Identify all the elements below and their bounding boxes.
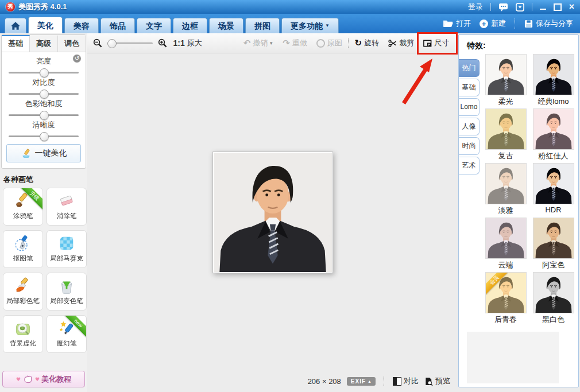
nav-tab-文字[interactable]: 文字 (137, 18, 171, 33)
effect-item-复古[interactable]: 复古 (484, 109, 527, 162)
adjust-tab-高级[interactable]: 高级 (30, 35, 58, 52)
home-tab[interactable] (5, 18, 26, 33)
effect-thumbnail (533, 164, 574, 204)
effect-tab-基础[interactable]: 基础 (459, 79, 480, 96)
matting-pen-icon (14, 235, 32, 252)
preview-button[interactable]: 预览 (424, 376, 450, 386)
magic-pen-icon (58, 320, 75, 337)
reset-sliders-icon[interactable]: ↺ (73, 55, 81, 63)
effect-item-淡雅[interactable]: 淡雅 (484, 164, 527, 217)
brush-card-消除笔[interactable]: 消除笔 (47, 188, 87, 226)
effect-tint-overlay (533, 218, 574, 258)
login-link[interactable]: 登录 (468, 2, 483, 12)
zoom-ratio-button[interactable]: 1:1原大 (173, 38, 202, 48)
beautify-tutorial-button[interactable]: ♥ ♥ 美化教程 (2, 371, 85, 387)
brush-label: 局部马赛克 (50, 254, 83, 263)
brushes-section-title: 各种画笔 (3, 174, 87, 185)
nav-tab-边框[interactable]: 边框 (173, 18, 207, 33)
brush-card-抠图笔[interactable]: 抠图笔 (3, 230, 43, 268)
effect-tab-时尚[interactable]: 时尚 (459, 137, 480, 155)
nav-tab-更多功能[interactable]: 更多功能▼ (281, 18, 339, 33)
nav-tab-场景[interactable]: 场景 (209, 18, 243, 33)
effect-tab-Lomo[interactable]: Lomo (459, 98, 480, 116)
basic-adjust-card: 基础高级调色 ↺ 亮度对比度色彩饱和度清晰度 一键美化 (1, 34, 86, 169)
open-button[interactable]: 打开 (443, 18, 471, 29)
nav-tab-饰品[interactable]: 饰品 (100, 18, 135, 33)
brush-card-局部马赛克[interactable]: 局部马赛克 (47, 230, 87, 268)
portrait-photo (214, 153, 332, 272)
slider-track[interactable] (9, 72, 79, 73)
brush-card-涂鸦笔[interactable]: 涂鸦笔升级 (3, 188, 43, 226)
message-box-icon[interactable] (516, 3, 524, 11)
nav-tab-label: 场景 (218, 18, 234, 33)
save-share-button[interactable]: 保存与分享 (524, 18, 573, 29)
nav-tab-美化[interactable]: 美化 (28, 17, 63, 33)
effect-label: 淡雅 (484, 205, 527, 216)
rotate-button[interactable]: ↻旋转 (354, 38, 379, 48)
effect-label: 经典lomo (532, 96, 575, 107)
photo-canvas[interactable] (212, 152, 333, 273)
effect-item-经典lomo[interactable]: 经典lomo (532, 55, 575, 108)
new-button[interactable]: + 新建 (480, 18, 506, 29)
effect-item-阿宝色[interactable]: 阿宝色 (532, 218, 575, 271)
effect-tab-艺术[interactable]: 艺术 (459, 157, 480, 174)
effect-label: 后青春 (484, 315, 527, 325)
effect-tab-人像[interactable]: 人像 (459, 118, 480, 135)
maximize-window-icon[interactable] (554, 3, 562, 11)
view-original-button[interactable]: 原图 (316, 38, 342, 48)
brush-card-局部变色笔[interactable]: 局部变色笔 (47, 273, 87, 311)
titlebar-separator (490, 3, 491, 11)
effect-tab-热门[interactable]: 热门 (459, 59, 480, 77)
effect-thumbnail (533, 109, 574, 149)
open-folder-icon (443, 20, 453, 28)
minimize-window-icon[interactable] (540, 4, 546, 10)
zoom-out-icon[interactable] (93, 38, 102, 48)
effect-tint-overlay (486, 218, 526, 258)
app-title: 美图秀秀 4.0.1 (18, 2, 67, 12)
effect-item-粉红佳人[interactable]: 粉红佳人 (532, 109, 575, 162)
effect-item-黑白色[interactable]: 黑白色 (532, 273, 575, 326)
nav-tab-美容[interactable]: 美容 (64, 18, 99, 33)
feedback-icon[interactable] (498, 3, 508, 11)
slider-track[interactable] (9, 135, 79, 137)
brush-card-背景虚化[interactable]: 背景虚化 (3, 315, 43, 353)
effect-item-柔光[interactable]: 柔光 (484, 55, 527, 108)
zoom-slider[interactable] (107, 42, 153, 44)
brush-card-魔幻笔[interactable]: 魔幻笔new (47, 315, 87, 353)
effect-label: HDR (532, 205, 575, 214)
effect-item-云端[interactable]: 云端 (484, 218, 527, 271)
slider-handle[interactable] (40, 111, 49, 120)
slider-row: 色彩饱和度 (2, 99, 86, 116)
zoom-in-icon[interactable] (158, 38, 167, 48)
close-window-icon[interactable]: × (569, 2, 574, 11)
nav-tab-label: 边框 (182, 18, 198, 33)
slider-handle[interactable] (40, 132, 49, 141)
brush-label: 局部彩色笔 (6, 296, 40, 305)
brush-label: 消除笔 (57, 211, 77, 220)
canvas-area: 1:1原大 ↶撤销 ▼ ↷重做 原图 ↻旋转 裁剪 (87, 33, 458, 392)
zoom-slider-handle[interactable] (107, 39, 117, 48)
slider-handle[interactable] (40, 90, 49, 99)
nav-tab-拼图[interactable]: 拼图 (245, 18, 280, 33)
slider-label: 色彩饱和度 (2, 99, 86, 109)
one-click-beautify-button[interactable]: 一键美化 (6, 144, 81, 162)
heart-icon: ♥ (16, 377, 21, 382)
adjust-tab-调色[interactable]: 调色 (58, 35, 86, 52)
brush-card-局部彩色笔[interactable]: 局部彩色笔 (3, 273, 43, 311)
slider-track[interactable] (9, 114, 79, 116)
adjust-tab-基础[interactable]: 基础 (2, 35, 30, 52)
exif-badge[interactable]: EXIF▲ (347, 377, 376, 386)
crop-button[interactable]: 裁剪 (388, 38, 414, 48)
slider-track[interactable] (9, 93, 79, 95)
compare-button[interactable]: 对比 (393, 376, 419, 386)
slider-row: 对比度 (2, 77, 86, 95)
resize-button[interactable]: 尺寸 (423, 38, 449, 48)
effect-item-后青春[interactable]: 会员后青春 (484, 273, 527, 326)
slider-handle[interactable] (40, 68, 49, 77)
effect-label: 黑白色 (532, 315, 575, 325)
hand-icon (22, 374, 33, 384)
undo-button[interactable]: ↶撤销 (243, 38, 268, 48)
redo-button[interactable]: ↷重做 (283, 38, 307, 48)
effect-item-HDR[interactable]: HDR (532, 164, 575, 217)
undo-history-caret-icon[interactable]: ▼ (269, 41, 273, 46)
